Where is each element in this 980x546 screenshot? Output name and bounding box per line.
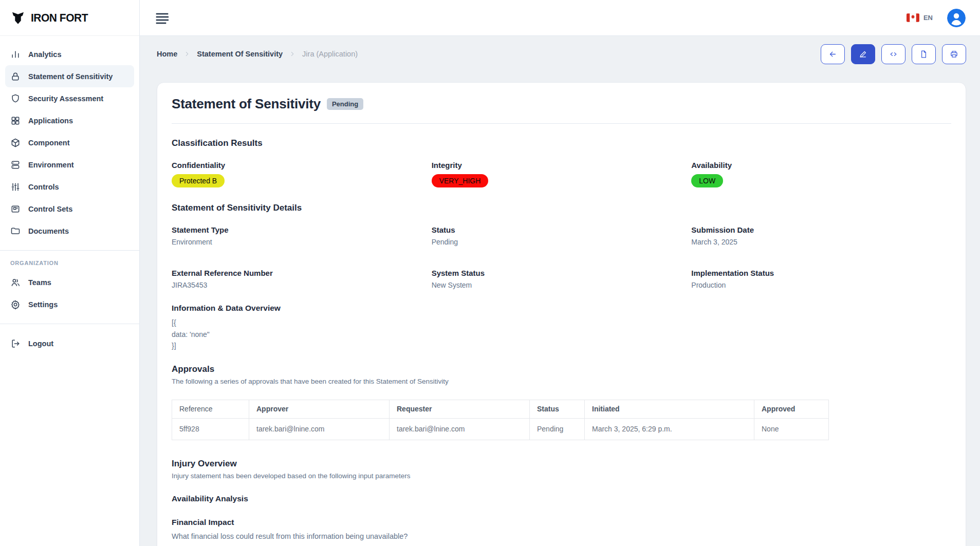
- detail-field-value: New System: [432, 281, 692, 289]
- menu-toggle-icon[interactable]: [155, 12, 169, 24]
- statement-card: Statement of Sensitivity Pending Classif…: [157, 82, 966, 546]
- sidebar-item-label: Security Assessment: [28, 95, 103, 103]
- approvals-table: ReferenceApproverRequesterStatusInitiate…: [172, 400, 829, 440]
- chevron-right-icon: [289, 50, 296, 58]
- approvals-table-cell: Pending: [530, 418, 585, 440]
- injury-overview-heading: Injury Overview: [172, 459, 951, 469]
- brand-name: IRON FORT: [31, 11, 88, 24]
- sidebar-item-component[interactable]: Component: [5, 131, 134, 154]
- classification-heading: Classification Results: [172, 138, 951, 148]
- back-button[interactable]: [821, 44, 845, 64]
- financial-impact-heading: Financial Impact: [172, 518, 951, 527]
- sidebar: IRON FORT AnalyticsStatement of Sensitiv…: [0, 0, 140, 546]
- approvals-heading: Approvals: [172, 364, 951, 374]
- logout-icon: [10, 338, 21, 349]
- info-overview-content: [{data: 'none"}]: [172, 317, 951, 352]
- sidebar-item-label: Statement of Sensitivity: [28, 72, 113, 81]
- edit-button[interactable]: [851, 44, 875, 64]
- classification-grid: ConfidentialityProtected BIntegrityVERY_…: [172, 161, 951, 187]
- breadcrumb: HomeStatement Of SensitivityJira (Applic…: [157, 50, 358, 58]
- sidebar-item-control-sets[interactable]: Control Sets: [5, 198, 134, 220]
- approvals-table-cell: tarek.bari@lnine.com: [390, 418, 530, 440]
- info-overview-line: [{: [172, 317, 951, 329]
- code-button[interactable]: [881, 44, 905, 64]
- sidebar-item-settings[interactable]: Settings: [5, 293, 134, 315]
- sidebar-item-analytics[interactable]: Analytics: [5, 43, 134, 65]
- status-badge: Pending: [327, 98, 363, 110]
- ironfort-logo-icon: [10, 10, 26, 26]
- user-avatar[interactable]: [947, 9, 966, 27]
- detail-field-label: Implementation Status: [691, 269, 951, 277]
- detail-field: Implementation StatusProduction: [691, 269, 951, 289]
- detail-field: Submission DateMarch 3, 2025: [691, 225, 951, 246]
- classification-value-pill: LOW: [691, 174, 723, 187]
- lock-icon: [10, 71, 21, 82]
- approvals-table-row: 5ff928tarek.bari@lnine.comtarek.bari@lni…: [172, 418, 829, 440]
- page-title: Statement of Sensitivity: [172, 96, 321, 112]
- info-overview-line: data: 'none": [172, 329, 951, 341]
- approvals-table-cell: March 3, 2025, 6:29 p.m.: [585, 418, 754, 440]
- main-area: EN HomeStatement Of SensitivityJira (App…: [140, 0, 980, 546]
- detail-field-label: System Status: [432, 269, 692, 277]
- users-icon: [10, 277, 21, 288]
- detail-field-label: Status: [432, 225, 692, 234]
- sidebar-item-statement-of-sensitivity[interactable]: Statement of Sensitivity: [5, 65, 134, 87]
- classification-value-pill: Protected B: [172, 174, 225, 187]
- approvals-column-header: Approver: [249, 400, 390, 418]
- sidebar-item-label: Controls: [28, 183, 59, 191]
- sliders-icon: [10, 182, 21, 192]
- document-button[interactable]: [912, 44, 936, 64]
- sidebar-item-controls[interactable]: Controls: [5, 176, 134, 198]
- sidebar-item-label: Component: [28, 139, 70, 147]
- sidebar-item-documents[interactable]: Documents: [5, 220, 134, 242]
- injury-subtitle: Injury statement has been developed base…: [172, 472, 951, 480]
- canada-flag-icon: [907, 13, 919, 22]
- card-icon: [10, 204, 21, 214]
- classification-item: ConfidentialityProtected B: [172, 161, 432, 187]
- language-label: EN: [923, 14, 933, 22]
- sidebar-item-teams[interactable]: Teams: [5, 271, 134, 293]
- detail-field: Statement TypeEnvironment: [172, 225, 432, 246]
- action-buttons: [821, 44, 966, 64]
- detail-field-value: March 3, 2025: [691, 238, 951, 246]
- folder-icon: [10, 226, 21, 236]
- server-icon: [10, 160, 21, 170]
- sidebar-nav: AnalyticsStatement of SensitivitySecurit…: [0, 36, 139, 242]
- approvals-table-cell: 5ff928: [172, 418, 249, 440]
- detail-field: External Reference NumberJIRA35453: [172, 269, 432, 289]
- title-divider: [172, 123, 951, 124]
- sidebar-item-applications[interactable]: Applications: [5, 109, 134, 131]
- grid-icon: [10, 116, 21, 126]
- sidebar-item-label: Analytics: [28, 50, 61, 59]
- sidebar-section-label: ORGANIZATION: [0, 259, 139, 271]
- approvals-table-cell: tarek.bari@lnine.com: [249, 418, 390, 440]
- detail-field-label: Submission Date: [691, 225, 951, 234]
- sidebar-item-logout[interactable]: Logout: [5, 332, 134, 354]
- print-button[interactable]: [942, 44, 966, 64]
- breadcrumb-item-statement-of-sensitivity[interactable]: Statement Of Sensitivity: [197, 50, 283, 58]
- info-overview-heading: Information & Data Overview: [172, 304, 951, 313]
- sidebar-item-label: Documents: [28, 227, 69, 235]
- classification-label: Availability: [691, 161, 951, 170]
- sidebar-item-environment[interactable]: Environment: [5, 154, 134, 176]
- chevron-right-icon: [183, 50, 191, 58]
- approvals-column-header: Reference: [172, 400, 249, 418]
- details-grid: Statement TypeEnvironmentStatusPendingSu…: [172, 225, 951, 289]
- sidebar-item-security-assessment[interactable]: Security Assessment: [5, 87, 134, 109]
- availability-analysis-heading: Availability Analysis: [172, 494, 951, 503]
- info-overview-line: }]: [172, 340, 951, 352]
- detail-field-label: Statement Type: [172, 225, 432, 234]
- approvals-table-cell: None: [754, 418, 829, 440]
- sidebar-item-label: Logout: [28, 340, 53, 348]
- pencil-icon: [859, 50, 867, 59]
- breadcrumb-item-home[interactable]: Home: [157, 50, 177, 58]
- breadcrumb-item-jira-application-: Jira (Application): [302, 50, 358, 58]
- sidebar-divider: [0, 250, 139, 251]
- classification-label: Confidentiality: [172, 161, 432, 170]
- classification-item: IntegrityVERY_HIGH: [432, 161, 692, 187]
- code-icon: [889, 50, 898, 59]
- brand-logo[interactable]: IRON FORT: [0, 0, 139, 36]
- classification-item: AvailabilityLOW: [691, 161, 951, 187]
- financial-impact-question: What financial loss could result from th…: [172, 532, 951, 540]
- language-selector[interactable]: EN: [907, 13, 933, 22]
